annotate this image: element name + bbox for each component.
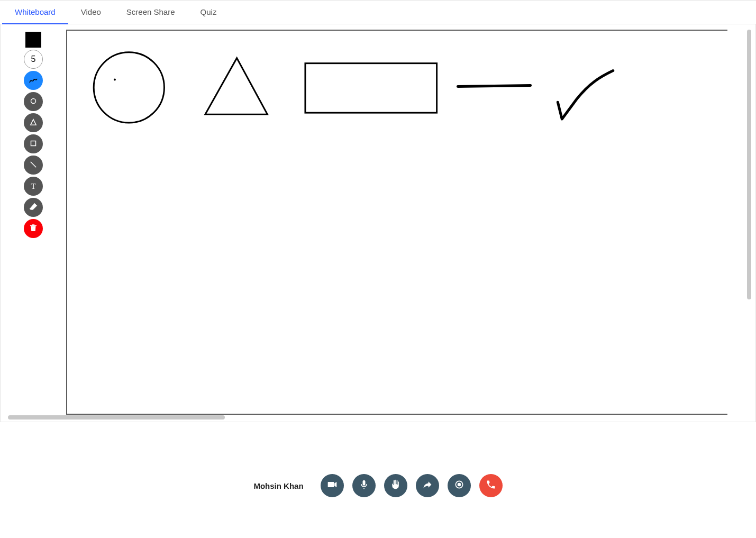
canvas-drawings xyxy=(67,31,727,414)
toolbar: 5 xyxy=(1,24,66,422)
user-name-label: Mohsin Khan xyxy=(253,481,303,490)
camera-button[interactable] xyxy=(321,474,344,497)
share-icon xyxy=(422,479,433,492)
camera-icon xyxy=(327,479,338,492)
eraser-tool-button[interactable] xyxy=(24,198,43,217)
vertical-scrollbar[interactable] xyxy=(747,30,751,299)
call-bar: Mohsin Khan xyxy=(0,454,756,517)
tabs-row: Whiteboard Video Screen Share Quiz xyxy=(0,0,756,24)
text-tool-button[interactable]: T xyxy=(24,177,43,196)
tab-screen-share[interactable]: Screen Share xyxy=(114,1,188,24)
record-icon xyxy=(454,479,464,492)
share-button[interactable] xyxy=(416,474,439,497)
color-swatch[interactable] xyxy=(25,32,41,48)
eraser-icon xyxy=(29,202,38,213)
triangle-tool-button[interactable] xyxy=(24,113,43,132)
svg-rect-3 xyxy=(32,224,35,225)
tab-quiz[interactable]: Quiz xyxy=(188,1,230,24)
horizontal-scrollbar[interactable] xyxy=(8,415,225,420)
brush-size-button[interactable]: 5 xyxy=(24,50,43,69)
tab-whiteboard[interactable]: Whiteboard xyxy=(2,1,68,24)
svg-rect-7 xyxy=(34,226,34,230)
svg-line-2 xyxy=(31,161,37,167)
svg-point-0 xyxy=(31,98,36,103)
svg-rect-1 xyxy=(31,141,36,145)
svg-point-9 xyxy=(458,484,460,486)
microphone-icon xyxy=(359,479,369,492)
square-icon xyxy=(29,139,38,150)
trash-icon xyxy=(29,223,38,234)
drawn-triangle xyxy=(205,58,267,114)
main-wrapper: 5 xyxy=(0,24,756,422)
hand-icon xyxy=(390,479,401,492)
circle-icon xyxy=(29,96,38,107)
svg-rect-6 xyxy=(33,226,33,230)
phone-icon xyxy=(486,479,496,492)
raise-hand-button[interactable] xyxy=(384,474,407,497)
text-icon: T xyxy=(31,182,35,191)
record-button[interactable] xyxy=(448,474,471,497)
tab-video[interactable]: Video xyxy=(68,1,114,24)
clear-tool-button[interactable] xyxy=(24,219,43,238)
circle-tool-button[interactable] xyxy=(24,92,43,111)
drawn-checkmark xyxy=(558,71,613,119)
canvas-column xyxy=(66,24,755,422)
line-tool-button[interactable] xyxy=(24,156,43,175)
freehand-icon xyxy=(29,75,38,86)
drawn-circle xyxy=(94,52,164,123)
triangle-icon xyxy=(29,117,38,129)
drawn-line xyxy=(458,85,530,86)
square-tool-button[interactable] xyxy=(24,134,43,153)
line-icon xyxy=(29,160,38,171)
drawn-rectangle xyxy=(305,63,437,113)
microphone-button[interactable] xyxy=(352,474,376,497)
hangup-button[interactable] xyxy=(479,474,503,497)
whiteboard-canvas[interactable] xyxy=(66,30,727,415)
svg-rect-4 xyxy=(30,225,37,226)
drawn-circle-dot xyxy=(114,79,116,81)
freehand-tool-button[interactable] xyxy=(24,71,43,90)
svg-rect-5 xyxy=(32,226,33,230)
